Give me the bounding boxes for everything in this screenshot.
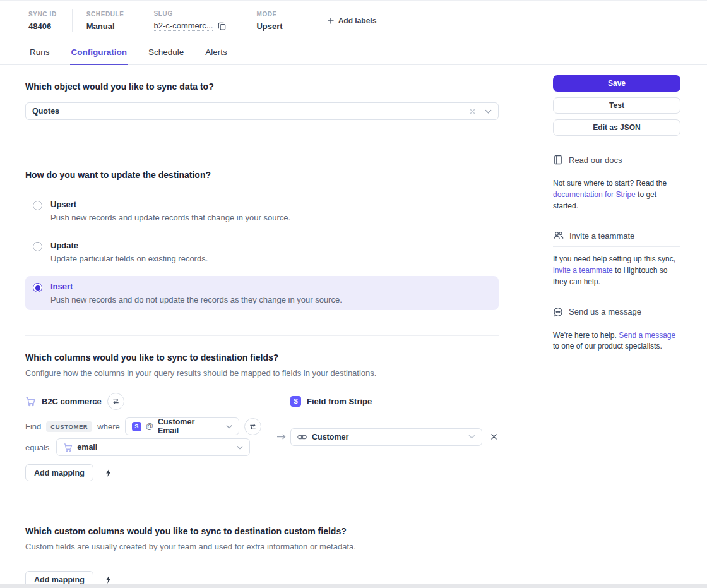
- mode-question: How do you want to update the destinatio…: [25, 170, 499, 180]
- source-column-select[interactable]: email: [56, 438, 250, 456]
- mode-section: How do you want to update the destinatio…: [25, 147, 499, 335]
- message-text-after: to one of our product specialists.: [553, 342, 662, 351]
- help-divider: [553, 323, 680, 323]
- message-text-before: We're here to help.: [553, 331, 617, 340]
- option-description: Update particular fields on existing rec…: [50, 254, 208, 263]
- add-labels-label: Add labels: [338, 16, 377, 25]
- sync-tabs: Runs Configuration Schedule Alerts: [0, 39, 707, 65]
- chevron-down-icon: [226, 424, 232, 429]
- equals-label: equals: [25, 443, 49, 452]
- meta-label: SYNC ID: [28, 11, 57, 18]
- swap-icon: [112, 397, 120, 405]
- message-text: We're here to help. Send a message to on…: [553, 330, 680, 353]
- docs-title: Read our docs: [569, 155, 622, 165]
- destination-field-title: Field from Stripe: [307, 397, 372, 406]
- meta-sync-id: SYNC ID 48406: [28, 9, 72, 32]
- record-type-badge: CUSTOMER: [46, 421, 92, 432]
- option-label: Insert: [50, 282, 342, 291]
- invite-teammate-link[interactable]: invite a teammate: [553, 266, 613, 275]
- autofill-mappings-button[interactable]: [104, 467, 113, 479]
- docs-text-before: Not sure where to start? Read the: [553, 179, 667, 188]
- object-section: Which object would you like to sync data…: [25, 65, 499, 147]
- swap-source-button[interactable]: [107, 393, 124, 410]
- source-model-name: B2C commerce: [42, 397, 102, 406]
- custom-mapping-description: Custom fields are usually created by you…: [25, 542, 499, 551]
- shopping-cart-icon: [25, 396, 36, 407]
- destination-header: S Field from Stripe: [290, 396, 499, 407]
- invite-text: If you need help setting up this sync, i…: [553, 254, 680, 287]
- remove-mapping-button[interactable]: [489, 432, 499, 441]
- meta-mode: MODE Upsert: [242, 9, 297, 32]
- meta-value: Upsert: [256, 21, 282, 31]
- test-button[interactable]: Test: [553, 97, 680, 114]
- radio-option-update[interactable]: Update Update particular fields on exist…: [25, 235, 499, 269]
- edit-as-json-button[interactable]: Edit as JSON: [553, 119, 680, 136]
- option-label: Update: [50, 241, 208, 250]
- slug-value[interactable]: b2-c-commerc...: [154, 21, 213, 31]
- source-header: B2C commerce: [25, 393, 271, 410]
- column-mapping-section: Which columns would you like to sync to …: [25, 336, 499, 507]
- option-label: Upsert: [50, 200, 290, 209]
- swap-icon: [249, 423, 257, 431]
- invite-help-block: Invite a teammate If you need help setti…: [553, 231, 680, 287]
- destination-field-value: Customer: [312, 433, 348, 441]
- invite-text-before: If you need help setting up this sync,: [553, 255, 675, 263]
- docs-text: Not sure where to start? Read the docume…: [553, 178, 680, 212]
- destination-field-select[interactable]: Customer: [290, 428, 482, 446]
- chat-bubble-icon: [553, 307, 563, 317]
- find-label: Find: [25, 422, 41, 431]
- bottom-edge: [0, 584, 707, 588]
- radio-option-upsert[interactable]: Upsert Push new records and update recor…: [25, 194, 499, 228]
- where-label: where: [97, 422, 119, 431]
- tab-runs[interactable]: Runs: [28, 42, 51, 64]
- tab-schedule[interactable]: Schedule: [147, 42, 185, 64]
- stripe-logo-icon: S: [132, 422, 141, 431]
- at-symbol-icon: @: [146, 422, 153, 431]
- object-select-value: Quotes: [32, 107, 59, 116]
- docs-help-block: Read our docs Not sure where to start? R…: [553, 155, 680, 212]
- copy-icon: [217, 21, 227, 31]
- add-mapping-button[interactable]: Add mapping: [25, 464, 93, 481]
- tab-alerts[interactable]: Alerts: [204, 42, 229, 64]
- meta-label: SLUG: [154, 10, 227, 17]
- object-question: Which object would you like to sync data…: [25, 81, 499, 92]
- actions-sidebar: Save Test Edit as JSON Read our docs Not…: [553, 75, 680, 352]
- message-help-block: Send us a message We're here to help. Se…: [553, 307, 680, 353]
- meta-label: MODE: [256, 11, 282, 18]
- option-description: Push new records and do not update the r…: [50, 295, 342, 304]
- meta-slug: SLUG b2-c-commerc...: [140, 9, 242, 32]
- help-divider: [553, 171, 680, 171]
- radio-icon[interactable]: [33, 242, 42, 251]
- sync-meta-header: SYNC ID 48406 SCHEDULE Manual SLUG b2-c-…: [0, 1, 707, 39]
- lightning-icon: [105, 575, 112, 584]
- link-icon: [297, 434, 307, 440]
- radio-icon[interactable]: [33, 201, 42, 210]
- destination-match-field-select[interactable]: S @ Customer Email: [125, 417, 239, 435]
- close-x-icon: [490, 433, 497, 440]
- mapping-question: Which columns would you like to sync to …: [25, 352, 499, 363]
- add-labels-button[interactable]: Add labels: [328, 16, 377, 25]
- match-field-value: Customer Email: [158, 417, 217, 435]
- custom-mapping-section: Which custom columns would you like to s…: [25, 507, 499, 588]
- meta-value: 48406: [28, 21, 57, 31]
- save-button[interactable]: Save: [553, 75, 680, 92]
- meta-value: Manual: [86, 21, 124, 31]
- tab-configuration[interactable]: Configuration: [70, 42, 128, 65]
- swap-match-button[interactable]: [244, 418, 261, 435]
- clear-x-icon[interactable]: [469, 108, 476, 115]
- meta-schedule: SCHEDULE Manual: [72, 9, 140, 32]
- stripe-logo-icon: S: [290, 396, 301, 407]
- radio-option-insert[interactable]: Insert Push new records and do not updat…: [25, 276, 499, 310]
- message-title: Send us a message: [569, 307, 641, 316]
- send-message-link[interactable]: Send a message: [619, 331, 675, 340]
- mapping-description: Configure how the columns in your query …: [25, 368, 499, 378]
- sidebar-divider: [538, 74, 538, 329]
- plus-icon: [328, 18, 334, 24]
- documentation-link[interactable]: documentation for Stripe: [553, 190, 636, 199]
- radio-icon-selected[interactable]: [33, 283, 42, 292]
- chevron-down-icon: [485, 109, 492, 114]
- chevron-down-icon: [468, 435, 475, 439]
- people-icon: [553, 231, 564, 241]
- copy-slug-button[interactable]: [217, 21, 227, 31]
- object-select[interactable]: Quotes: [25, 102, 499, 120]
